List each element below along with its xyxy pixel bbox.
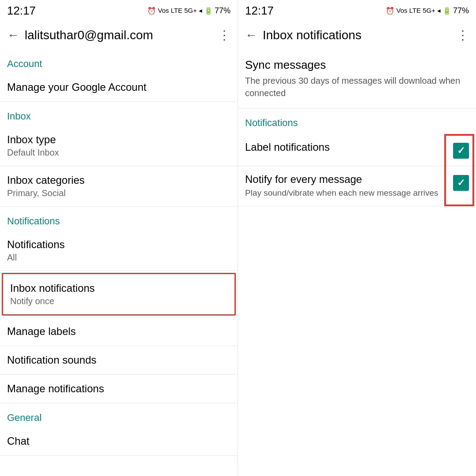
label-notifications-row[interactable]: Label notifications (238, 134, 476, 166)
inbox-categories-subtitle: Primary, Social (7, 188, 231, 198)
inbox-notifications-item[interactable]: Inbox notifications Notify once (2, 273, 236, 316)
notification-sounds-title: Notification sounds (7, 354, 231, 366)
alarm-icon-right: ⏰ (386, 7, 394, 15)
toolbar-title-left: lalitsuthar0@gmail.com (25, 28, 213, 42)
toolbar-title-right: Inbox notifications (263, 28, 451, 42)
manage-google-account-title: Manage your Google Account (7, 81, 231, 93)
sync-section: Sync messages The previous 30 days of me… (238, 49, 476, 108)
inbox-categories-title: Inbox categories (7, 174, 231, 186)
label-notifications-content: Label notifications (245, 141, 453, 153)
battery-percent-left: 77% (215, 6, 231, 15)
inbox-type-title: Inbox type (7, 134, 231, 146)
signal-icons: Vos LTE 5G+ ◂ (158, 7, 202, 15)
notify-every-message-title: Notify for every message (245, 173, 453, 186)
inbox-categories-item[interactable]: Inbox categories Primary, Social (0, 166, 238, 207)
notifications-section-header: Notifications (0, 207, 238, 231)
notifications-title: Notifications (7, 238, 231, 251)
notify-every-message-row[interactable]: Notify for every message Play sound/vibr… (238, 166, 476, 206)
status-bar-left: 12:17 ⏰ Vos LTE 5G+ ◂ 🔋 77% (0, 0, 238, 21)
notify-every-message-subtitle: Play sound/vibrate when each new message… (245, 187, 453, 199)
battery-icon-right: 🔋 (443, 7, 451, 15)
alarm-icon: ⏰ (147, 7, 156, 15)
notifications-subtitle: All (7, 253, 231, 263)
general-section-header: General (0, 403, 238, 427)
status-bar-right: 12:17 ⏰ Vos LTE 5G+ ◂ 🔋 77% (238, 0, 476, 21)
toolbar-left: ← lalitsuthar0@gmail.com ⋮ (0, 21, 238, 49)
notify-every-message-content: Notify for every message Play sound/vibr… (245, 173, 453, 199)
left-panel: 12:17 ⏰ Vos LTE 5G+ ◂ 🔋 77% ← lalitsutha… (0, 0, 238, 476)
battery-icon: 🔋 (204, 7, 213, 15)
chat-item[interactable]: Chat (0, 427, 238, 456)
back-button-right[interactable]: ← (245, 29, 257, 41)
notification-checkboxes-container: Label notifications Notify for every mes… (238, 134, 476, 206)
manage-labels-title: Manage labels (7, 325, 231, 338)
account-section-header: Account (0, 49, 238, 73)
notify-every-message-checkbox[interactable] (453, 175, 469, 191)
manage-google-account-item[interactable]: Manage your Google Account (0, 73, 238, 102)
notifications-item[interactable]: Notifications All (0, 231, 238, 271)
inbox-section-header: Inbox (0, 102, 238, 126)
manage-labels-item[interactable]: Manage labels (0, 317, 238, 346)
chat-title: Chat (7, 435, 231, 447)
inbox-type-subtitle: Default Inbox (7, 148, 231, 158)
label-notifications-title: Label notifications (245, 141, 453, 153)
more-button-right[interactable]: ⋮ (457, 29, 469, 41)
status-icons-left: ⏰ Vos LTE 5G+ ◂ 🔋 77% (147, 6, 231, 15)
sync-subtitle: The previous 30 days of messages will do… (245, 74, 469, 99)
inbox-type-item[interactable]: Inbox type Default Inbox (0, 126, 238, 166)
right-notifications-header: Notifications (238, 108, 476, 134)
notification-sounds-item[interactable]: Notification sounds (0, 346, 238, 375)
back-button-left[interactable]: ← (7, 29, 19, 41)
manage-notifications-title: Manage notifications (7, 383, 231, 395)
right-panel: 12:17 ⏰ Vos LTE 5G+ ◂ 🔋 77% ← Inbox noti… (238, 0, 476, 476)
more-button-left[interactable]: ⋮ (218, 29, 231, 41)
inbox-notifications-subtitle: Notify once (10, 296, 227, 306)
battery-percent-right: 77% (453, 6, 469, 15)
toolbar-right: ← Inbox notifications ⋮ (238, 21, 476, 49)
time-left: 12:17 (7, 4, 36, 18)
time-right: 12:17 (245, 4, 274, 18)
sync-title: Sync messages (245, 58, 469, 72)
inbox-notifications-title: Inbox notifications (10, 282, 227, 294)
manage-notifications-item[interactable]: Manage notifications (0, 375, 238, 403)
status-icons-right: ⏰ Vos LTE 5G+ ◂ 🔋 77% (386, 6, 469, 15)
signal-icons-right: Vos LTE 5G+ ◂ (396, 7, 441, 15)
label-notifications-checkbox[interactable] (453, 143, 469, 159)
